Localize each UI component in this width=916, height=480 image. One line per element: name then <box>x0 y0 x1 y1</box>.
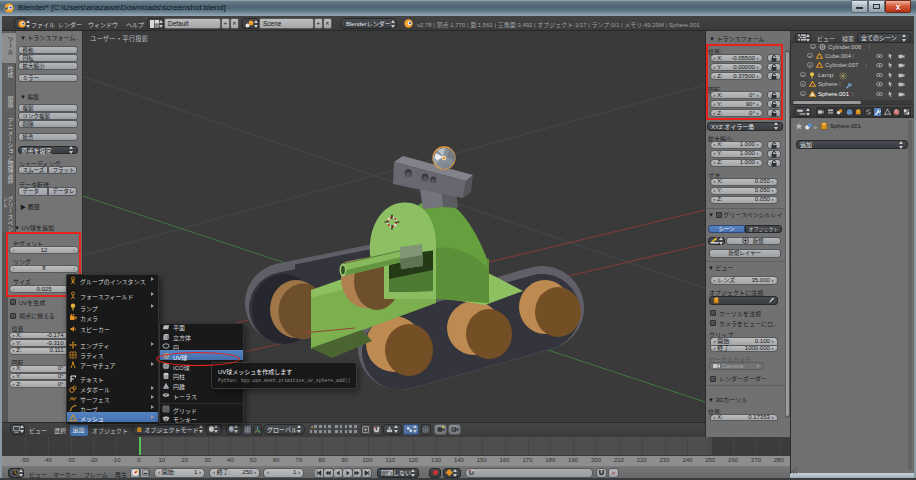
svg-text:ユーザー・平行投影: ユーザー・平行投影 <box>90 34 149 43</box>
